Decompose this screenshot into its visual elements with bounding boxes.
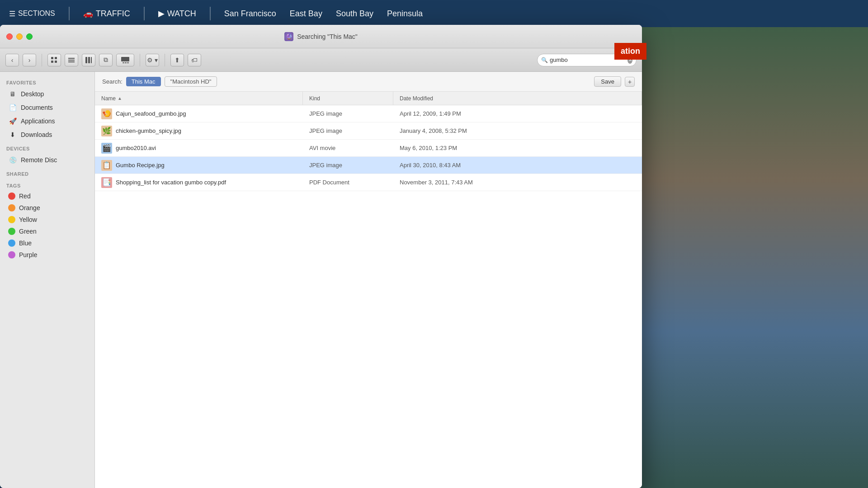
file-name-cell: 📑 Shopping_list for vacation gumbo copy.…: [95, 177, 303, 188]
svg-rect-8: [88, 57, 90, 63]
nav-divider3: [210, 7, 211, 20]
tag-dot-orange: [8, 204, 15, 211]
devices-section-label: Devices: [0, 141, 94, 153]
applications-icon: 🚀: [8, 117, 17, 126]
file-date-cell: May 6, 2010, 1:23 PM: [393, 145, 642, 151]
toolbar-sep1: [42, 54, 42, 66]
sidebar: Favorites 🖥 Desktop 📄 Documents 🚀 Applic…: [0, 72, 95, 488]
hamburger-icon: ☰: [9, 9, 15, 18]
sidebar-item-tag-orange[interactable]: Orange: [2, 202, 93, 214]
nav-divider: [69, 7, 70, 20]
tag-dot-yellow: [8, 216, 15, 223]
window-title-area: 🔮 Searching "This Mac": [284, 32, 358, 41]
file-name-cell: 🎬 gumbo2010.avi: [95, 143, 303, 154]
svg-rect-2: [51, 61, 53, 63]
title-bar: 🔮 Searching "This Mac": [0, 25, 642, 48]
file-thumbnail: 🎬: [101, 143, 112, 154]
svg-rect-10: [121, 57, 129, 61]
southbay-link[interactable]: South Bay: [336, 9, 373, 19]
file-list-area: Search: This Mac "Macintosh HD" Save + N…: [95, 72, 642, 488]
file-thumbnail: 📑: [101, 177, 112, 188]
table-row[interactable]: 🍤 Cajun_seafood_gumbo.jpg JPEG image Apr…: [95, 105, 642, 122]
svg-rect-4: [68, 58, 75, 59]
file-name-cell: 📋 Gumbo Recipe.jpg: [95, 160, 303, 171]
save-search-button[interactable]: Save: [594, 76, 621, 87]
maximize-button[interactable]: [26, 33, 33, 40]
gallery-view-button[interactable]: [116, 54, 134, 66]
file-rows: 🍤 Cajun_seafood_gumbo.jpg JPEG image Apr…: [95, 105, 642, 488]
documents-icon: 📄: [8, 103, 17, 112]
scope-this-mac-button[interactable]: This Mac: [126, 77, 161, 86]
file-kind-cell: AVI movie: [303, 145, 393, 151]
nav-divider2: [144, 7, 145, 20]
background-photos: [633, 27, 868, 488]
tag-button[interactable]: 🏷: [188, 54, 201, 66]
desktop-icon: 🖥: [8, 89, 17, 99]
add-criterion-button[interactable]: +: [625, 77, 635, 87]
table-row[interactable]: 📑 Shopping_list for vacation gumbo copy.…: [95, 174, 642, 191]
tag-dot-purple: [8, 251, 15, 258]
peninsula-link[interactable]: Peninsula: [387, 9, 423, 19]
tags-section-label: Tags: [0, 178, 94, 190]
sidebar-item-tag-blue[interactable]: Blue: [2, 237, 93, 249]
sidebar-item-desktop[interactable]: 🖥 Desktop: [2, 87, 93, 101]
traffic-nav[interactable]: 🚗 TRAFFIC: [83, 9, 130, 19]
file-kind-cell: JPEG image: [303, 110, 393, 117]
toolbar-sep2: [140, 54, 140, 66]
file-date-cell: April 12, 2009, 1:49 PM: [393, 110, 642, 117]
kind-column-header[interactable]: Kind: [303, 92, 393, 105]
forward-button[interactable]: ›: [23, 54, 36, 66]
svg-rect-6: [68, 61, 75, 62]
sf-link[interactable]: San Francisco: [224, 9, 276, 19]
eastbay-link[interactable]: East Bay: [290, 9, 322, 19]
svg-rect-7: [85, 57, 87, 63]
tag-dot-blue: [8, 239, 15, 247]
window-title: Searching "This Mac": [297, 33, 358, 40]
file-kind-cell: PDF Document: [303, 179, 393, 186]
column-view-button[interactable]: [82, 54, 95, 66]
scope-macintosh-hd-button[interactable]: "Macintosh HD": [165, 76, 217, 87]
sidebar-item-tag-green[interactable]: Green: [2, 225, 93, 237]
svg-rect-11: [123, 62, 124, 63]
file-date-cell: November 3, 2011, 7:43 AM: [393, 179, 642, 186]
name-column-header[interactable]: Name ▲: [95, 92, 303, 105]
file-name-cell: 🌿 chicken-gumbo_spicy.jpg: [95, 126, 303, 136]
table-row[interactable]: 🌿 chicken-gumbo_spicy.jpg JPEG image Jan…: [95, 122, 642, 140]
back-button[interactable]: ‹: [5, 54, 19, 66]
svg-rect-5: [68, 60, 75, 61]
sidebar-item-tag-red[interactable]: Red: [2, 190, 93, 202]
file-kind-cell: JPEG image: [303, 162, 393, 169]
action-button[interactable]: ⚙ ▾: [146, 54, 159, 66]
finder-icon: 🔮: [284, 32, 293, 41]
sections-nav[interactable]: ☰ SECTIONS: [9, 9, 55, 18]
date-column-header[interactable]: Date Modified: [393, 92, 642, 105]
sidebar-item-documents[interactable]: 📄 Documents: [2, 101, 93, 114]
sidebar-item-applications[interactable]: 🚀 Applications: [2, 114, 93, 128]
search-icon: 🔍: [541, 57, 548, 63]
minimize-button[interactable]: [16, 33, 23, 40]
icon-view-button[interactable]: [47, 54, 61, 66]
share-button[interactable]: ⬆: [170, 54, 184, 66]
cover-flow-button[interactable]: ⧉: [99, 54, 113, 66]
toolbar-sep3: [165, 54, 165, 66]
tag-dot-red: [8, 192, 15, 200]
watch-nav[interactable]: ▶ WATCH: [158, 9, 196, 19]
sidebar-item-tag-yellow[interactable]: Yellow: [2, 214, 93, 225]
window-controls: [6, 33, 33, 40]
sidebar-item-tag-purple[interactable]: Purple: [2, 249, 93, 261]
finder-window: 🔮 Searching "This Mac" ‹ ›: [0, 25, 642, 488]
sidebar-item-downloads[interactable]: ⬇ Downloads: [2, 128, 93, 141]
table-row[interactable]: 🎬 gumbo2010.avi AVI movie May 6, 2010, 1…: [95, 140, 642, 157]
sort-arrow: ▲: [118, 96, 122, 101]
table-row[interactable]: 📋 Gumbo Recipe.jpg JPEG image April 30, …: [95, 157, 642, 174]
close-button[interactable]: [6, 33, 13, 40]
favorites-section-label: Favorites: [0, 75, 94, 87]
svg-rect-1: [55, 57, 57, 59]
news-bar: ☰ SECTIONS 🚗 TRAFFIC ▶ WATCH San Francis…: [0, 0, 868, 27]
sidebar-item-remote-disc[interactable]: 💿 Remote Disc: [2, 153, 93, 167]
list-view-button[interactable]: [65, 54, 78, 66]
svg-rect-0: [51, 57, 53, 59]
svg-rect-12: [125, 62, 127, 63]
shared-section-label: Shared: [0, 167, 94, 178]
svg-rect-9: [91, 57, 92, 63]
